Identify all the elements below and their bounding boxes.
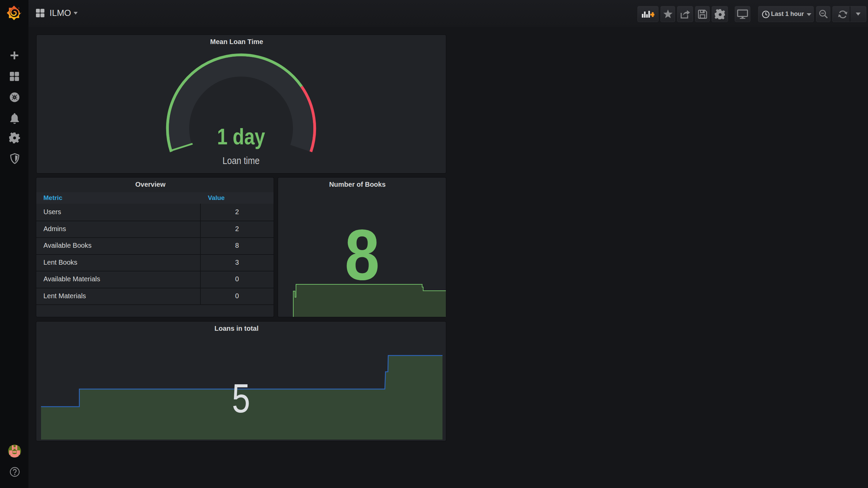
svg-text:5: 5 (232, 375, 250, 421)
svg-text:Loan time: Loan time (222, 155, 259, 166)
svg-text:1 day: 1 day (217, 124, 265, 149)
